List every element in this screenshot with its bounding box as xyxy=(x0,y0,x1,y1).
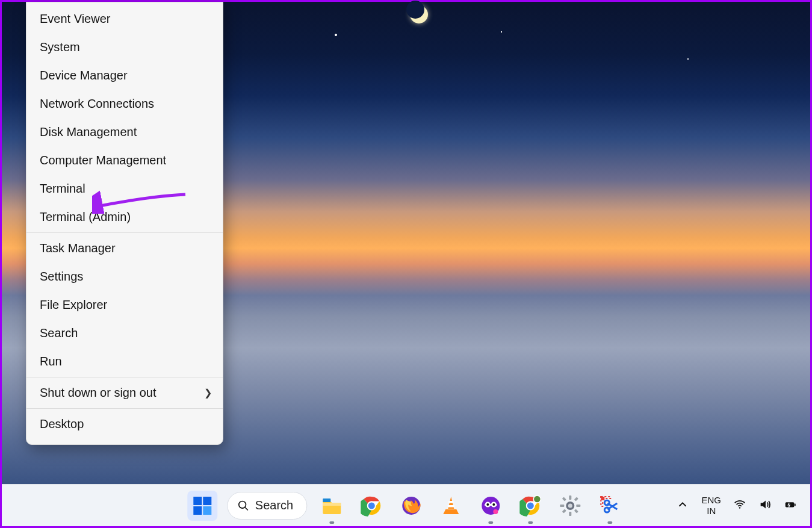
tray-overflow-chevron[interactable] xyxy=(676,498,689,514)
svg-rect-29 xyxy=(562,497,566,501)
svg-rect-31 xyxy=(574,497,578,501)
start-button[interactable] xyxy=(187,491,217,521)
svg-rect-12 xyxy=(448,505,454,508)
winx-context-menu: Event ViewerSystemDevice ManagerNetwork … xyxy=(26,2,223,445)
taskbar-search[interactable]: Search xyxy=(227,492,307,520)
svg-point-38 xyxy=(604,508,609,512)
svg-rect-25 xyxy=(569,495,571,500)
menu-item-device-manager[interactable]: Device Manager xyxy=(26,61,223,90)
file-explorer-icon[interactable] xyxy=(317,491,347,521)
svg-point-18 xyxy=(492,503,495,506)
snipping-tool-icon[interactable] xyxy=(595,491,625,521)
menu-item-label: Computer Management xyxy=(40,154,166,167)
svg-rect-26 xyxy=(569,512,571,516)
svg-rect-6 xyxy=(323,503,341,506)
menu-item-label: Desktop xyxy=(40,417,84,431)
menu-item-task-manager[interactable]: Task Manager xyxy=(26,234,223,262)
menu-item-label: Terminal (Admin) xyxy=(40,210,131,224)
menu-separator xyxy=(26,232,223,233)
menu-separator xyxy=(26,377,223,377)
svg-rect-30 xyxy=(574,509,578,513)
menu-item-label: System xyxy=(40,40,80,54)
search-label: Search xyxy=(255,498,293,512)
wifi-icon[interactable] xyxy=(733,498,746,514)
moon-graphic xyxy=(410,5,428,23)
menu-item-network-connections[interactable]: Network Connections xyxy=(26,90,223,118)
volume-icon[interactable] xyxy=(758,498,772,514)
menu-item-shut-down-or-sign-out[interactable]: Shut down or sign out❯ xyxy=(26,379,223,407)
search-icon xyxy=(237,500,249,512)
menu-item-disk-management[interactable]: Disk Management xyxy=(26,118,223,146)
svg-rect-32 xyxy=(562,509,566,513)
menu-item-label: Shut down or sign out xyxy=(40,386,156,400)
menu-item-computer-management[interactable]: Computer Management xyxy=(26,146,223,175)
menu-item-label: Task Manager xyxy=(40,241,116,255)
svg-rect-28 xyxy=(576,505,580,507)
battery-icon[interactable] xyxy=(784,498,797,514)
menu-item-search[interactable]: Search xyxy=(26,319,223,347)
menu-item-desktop[interactable]: Desktop xyxy=(26,410,223,438)
menu-item-terminal-admin[interactable]: Terminal (Admin) xyxy=(26,203,223,231)
svg-rect-27 xyxy=(560,505,564,507)
menu-item-terminal[interactable]: Terminal xyxy=(26,175,223,203)
menu-item-file-explorer[interactable]: File Explorer xyxy=(26,291,223,319)
system-tray: ENG IN xyxy=(676,495,797,516)
screenshot-frame: Event ViewerSystemDevice ManagerNetwork … xyxy=(0,0,812,528)
menu-item-system[interactable]: System xyxy=(26,33,223,61)
svg-rect-3 xyxy=(203,506,211,515)
language-indicator[interactable]: ENG IN xyxy=(701,495,721,516)
svg-point-4 xyxy=(238,501,246,508)
svg-point-39 xyxy=(739,507,740,508)
chrome-icon[interactable] xyxy=(356,491,386,521)
menu-item-event-viewer[interactable]: Event Viewer xyxy=(26,5,223,33)
svg-point-37 xyxy=(604,500,609,505)
svg-point-33 xyxy=(568,503,572,508)
svg-rect-16 xyxy=(485,504,497,506)
menu-item-label: Network Connections xyxy=(40,97,154,111)
vlc-icon[interactable] xyxy=(436,491,466,521)
menu-item-label: Disk Management xyxy=(40,125,137,139)
svg-point-23 xyxy=(533,495,541,503)
menu-item-settings[interactable]: Settings xyxy=(26,262,223,291)
svg-point-19 xyxy=(493,509,498,514)
chrome-profile-icon[interactable] xyxy=(515,491,545,521)
purple-app-icon[interactable] xyxy=(476,491,506,521)
svg-rect-1 xyxy=(203,497,211,505)
menu-item-run[interactable]: Run xyxy=(26,347,223,376)
svg-rect-41 xyxy=(795,503,796,506)
svg-point-22 xyxy=(527,502,534,509)
menu-separator xyxy=(26,408,223,409)
menu-item-label: Device Manager xyxy=(40,69,128,82)
menu-item-label: Terminal xyxy=(40,182,85,196)
taskbar: Search ENG IN xyxy=(2,484,810,526)
menu-item-label: Settings xyxy=(40,270,83,284)
svg-point-17 xyxy=(486,503,489,506)
menu-item-label: Run xyxy=(40,355,62,368)
menu-item-label: Search xyxy=(40,326,78,340)
svg-rect-5 xyxy=(323,498,330,502)
firefox-icon[interactable] xyxy=(396,491,426,521)
chevron-right-icon: ❯ xyxy=(204,387,212,399)
lang-line2: IN xyxy=(701,506,721,516)
svg-rect-0 xyxy=(193,497,202,505)
lang-line1: ENG xyxy=(701,495,721,505)
menu-item-label: Event Viewer xyxy=(40,12,110,26)
svg-point-9 xyxy=(368,502,375,509)
menu-item-label: File Explorer xyxy=(40,298,107,312)
settings-icon[interactable] xyxy=(555,491,585,521)
svg-rect-11 xyxy=(448,501,453,503)
svg-rect-2 xyxy=(193,506,202,515)
